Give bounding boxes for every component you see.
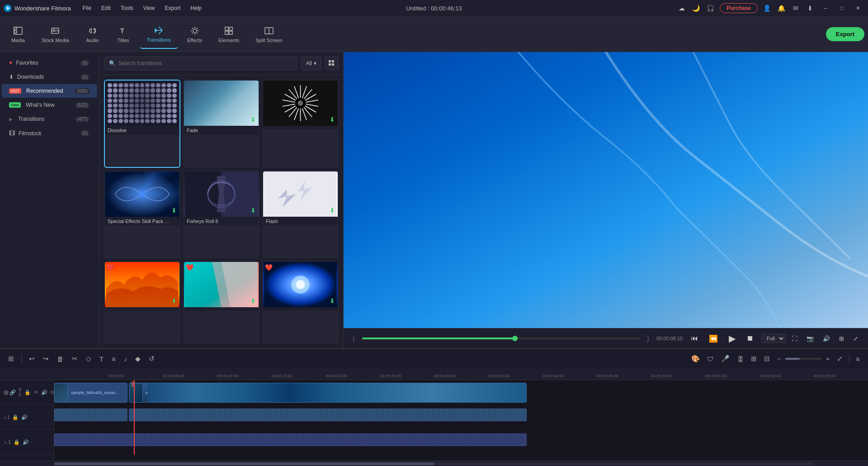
user-avatar[interactable]: 👤 — [761, 3, 772, 14]
scrollbar-thumb[interactable] — [54, 462, 434, 465]
video-clip-1[interactable]: sample_960x400_ocean... — [54, 383, 127, 403]
menu-view[interactable]: View — [139, 3, 160, 13]
rewind-button[interactable]: ⏮ — [688, 333, 701, 343]
minimize-button[interactable]: ─ — [819, 2, 832, 14]
volume-m1-icon[interactable]: 🔊 — [23, 439, 29, 445]
menu-edit[interactable]: Edit — [97, 3, 115, 13]
add-track-icon[interactable]: ⊞ — [4, 389, 9, 396]
transition-fade[interactable]: ⬇ Fade — [183, 80, 259, 168]
fisheye-download-icon[interactable]: ⬇ — [250, 207, 256, 214]
sidebar-item-filmstock[interactable]: 🎞 Filmstock (0) — [2, 126, 97, 140]
transition-special[interactable]: ⬇ Special Effects Skill Pack ... — [104, 171, 180, 259]
adjust-button[interactable]: ≡ — [109, 353, 118, 365]
search-input[interactable] — [118, 60, 292, 67]
zoom-out-button[interactable]: − — [774, 354, 783, 363]
filter-dropdown[interactable]: All ▾ — [301, 57, 321, 70]
sidebar-item-favorites[interactable]: ♥ Favorites (0) — [2, 56, 97, 70]
blueglow-download-icon[interactable]: ⬇ — [330, 297, 335, 304]
link-icon[interactable]: 🔗 — [9, 390, 16, 395]
sidebar-item-transitions[interactable]: ▶ Transitions (477) — [2, 112, 97, 126]
menu-help[interactable]: Help — [186, 3, 206, 13]
export-button[interactable]: Export — [826, 27, 864, 41]
toolbar-titles[interactable]: T Titles — [109, 20, 138, 49]
maximize-button[interactable]: □ — [835, 2, 848, 14]
delete-button[interactable]: 🗑 — [54, 353, 66, 365]
audio-mixer-button[interactable]: 🎛 — [734, 353, 746, 365]
shield-button[interactable]: 🛡 — [704, 353, 717, 365]
sidebar-item-recommended[interactable]: HOT Recommended (500) — [2, 84, 97, 98]
notifications-icon[interactable]: 🔔 — [776, 3, 787, 14]
quality-select[interactable]: Full — [762, 334, 785, 343]
transition-fisheye[interactable]: ⬇ Fisheye Roll 8 — [183, 171, 259, 259]
fade-download-icon[interactable]: ⬇ — [250, 116, 256, 123]
timeline-settings-button[interactable]: ≡ — [853, 353, 863, 365]
zoom-slider[interactable] — [785, 358, 821, 360]
fit-button[interactable]: ⤢ — [850, 334, 861, 343]
multicam-button[interactable]: ⊞ — [748, 353, 760, 365]
video-clip-2[interactable]: sample_960x400_ocean_with_audio... — [129, 383, 527, 403]
zoom-in-button[interactable]: + — [823, 354, 832, 363]
flash-download-icon[interactable]: ⬇ — [330, 207, 335, 214]
fit-timeline-button[interactable]: ⤢ — [834, 353, 845, 365]
download-icon[interactable]: ⬇ — [805, 3, 816, 14]
purchase-button[interactable]: Purchase — [720, 3, 758, 13]
special-download-icon[interactable]: ⬇ — [171, 207, 177, 214]
teal-download-icon[interactable]: ⬇ — [250, 297, 256, 304]
toolbar-audio[interactable]: Audio — [78, 20, 107, 49]
keyframe-button[interactable]: ◆ — [132, 353, 143, 365]
transition-blueglow[interactable]: ❤️ ⬇ — [262, 261, 339, 344]
select-button[interactable]: ◇ — [83, 353, 94, 365]
audio-clip-2[interactable] — [129, 409, 527, 421]
radial-download-icon[interactable]: ⬇ — [330, 116, 335, 123]
cloud-icon[interactable]: ☁ — [676, 3, 687, 14]
out-point-button[interactable]: } — [645, 334, 651, 343]
cut-button[interactable]: ✂ — [69, 353, 80, 365]
undo-button[interactable]: ↩ — [26, 353, 38, 365]
stop-button[interactable]: ⏹ — [744, 333, 756, 343]
toolbar-elements[interactable]: Elements — [211, 20, 246, 49]
audio-clip-1[interactable] — [54, 409, 127, 421]
volume-track-icon[interactable]: 🔊 — [41, 390, 47, 395]
layout-button[interactable]: ⊞ — [836, 334, 847, 343]
volume-a1-icon[interactable]: 🔊 — [21, 414, 28, 420]
music-clip-1[interactable] — [54, 433, 527, 446]
eye-icon[interactable]: 👁 — [33, 390, 38, 395]
menu-tools[interactable]: Tools — [116, 3, 138, 13]
lock-a1-icon[interactable]: 🔒 — [12, 414, 19, 420]
color-match-button[interactable]: 🎨 — [689, 353, 703, 365]
snapshot-button[interactable]: 📷 — [804, 334, 816, 343]
scrollbar-track[interactable] — [54, 462, 814, 465]
headphones-icon[interactable]: 🎧 — [705, 3, 716, 14]
grid-view-button[interactable] — [325, 57, 339, 70]
toolbar-splitscreen[interactable]: Split Screen — [248, 20, 289, 49]
sidebar-item-downloads[interactable]: ⬇ Downloads (0) — [2, 70, 97, 84]
close-button[interactable]: ✕ — [852, 2, 864, 14]
menu-file[interactable]: File — [78, 3, 96, 13]
toolbar-transitions[interactable]: Transitions — [140, 20, 178, 49]
mic-button[interactable]: 🎤 — [718, 353, 732, 365]
sun-icon[interactable]: 🌙 — [691, 3, 702, 14]
tracks-area[interactable]: ✂ sample_960x400_ocean... sample_960x400… — [54, 380, 868, 461]
toolbar-effects[interactable]: Effects — [180, 20, 209, 49]
email-icon[interactable]: ✉ — [790, 3, 801, 14]
history-button[interactable]: ↺ — [146, 353, 157, 365]
fullscreen-button[interactable]: ⛶ — [789, 334, 800, 343]
transition-radial[interactable]: ⬇ — [262, 80, 339, 168]
play-button[interactable]: ▶ — [726, 332, 738, 345]
transition-fire[interactable]: ❤️ ⬇ — [104, 261, 180, 344]
caption-button[interactable]: ⊟ — [761, 353, 773, 365]
volume-button[interactable]: 🔊 — [820, 334, 833, 343]
playback-progress-bar[interactable] — [362, 338, 640, 339]
audio-adjust-button[interactable]: ♪ — [121, 353, 130, 365]
redo-button[interactable]: ↪ — [40, 353, 52, 365]
lock-m1-icon[interactable]: 🔒 — [14, 439, 20, 445]
transition-dissolve[interactable]: // Generated inline after body Dissolve — [104, 80, 180, 168]
transition-flash[interactable]: ⬇ Flash — [262, 171, 339, 259]
lock-icon[interactable]: 🔒 — [24, 390, 31, 395]
toolbar-stock[interactable]: Stock Media — [34, 20, 76, 49]
text-button[interactable]: T — [97, 353, 106, 365]
toolbar-media[interactable]: Media — [4, 20, 33, 49]
play-backward-button[interactable]: ⏪ — [706, 333, 721, 344]
menu-export[interactable]: Export — [160, 3, 185, 13]
in-point-button[interactable]: { — [351, 334, 357, 343]
